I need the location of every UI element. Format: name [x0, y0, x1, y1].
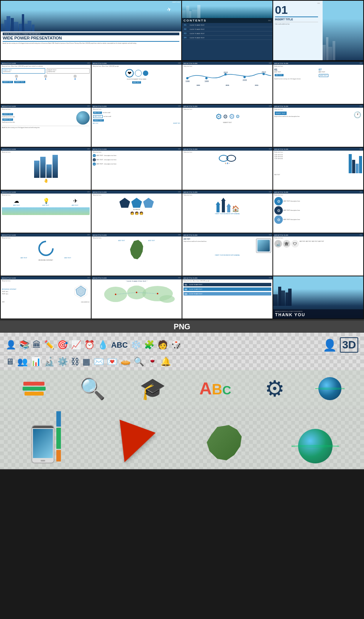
sh14-title: ADD A TITLE SLIDE: [93, 191, 107, 193]
graduate-icon: 🎓: [139, 376, 166, 401]
sh13-title: ADD A TITLE SLIDE: [2, 191, 16, 193]
add-text-btn2: ADD TEXT: [319, 74, 328, 77]
sb12: Body text here. 4.5% item text 3.2% item…: [273, 151, 363, 176]
slide-bubbles: ADD A TITLE SLIDE 1000 Body text here. 🔬…: [273, 233, 363, 276]
r-company: www.asadal.com: [81, 301, 90, 303]
proc3-text: ADD TEXT - description text here: [97, 163, 116, 165]
arrow-group3: [226, 204, 231, 212]
sb9-bars: [2, 155, 90, 178]
cb-2: [186, 6, 189, 18]
color-bars-item: [56, 411, 61, 463]
nl1-num: 01: [185, 284, 189, 286]
sh21-logo: 1000: [87, 277, 90, 279]
cb-4: [192, 10, 197, 18]
svg-point-6: [243, 76, 246, 78]
row-4: ADD A TITLE SLIDE 1000 Body text here. 🤚: [1, 148, 363, 190]
lbl2: 3.2% item text: [274, 156, 348, 158]
nl3-num: 03: [185, 293, 189, 295]
sb6-bottom: ADD TEXT INSERT TEXT: [93, 123, 180, 124]
sb4: Body text here. 01ADD TEXT 07ADD TEXT AD…: [273, 65, 363, 80]
sh23-logo: 1000: [269, 277, 271, 279]
r-t3: TEXT item: [2, 293, 71, 295]
nl3: 03 CLICK TO ADD TEXT: [184, 292, 271, 296]
contents-items-list: 01 CLICK TO ADD TEXT 02 CLICK TO ADD TEX…: [182, 23, 272, 40]
add-text-center: ADD TEXT: [93, 81, 180, 84]
building-5: [14, 22, 18, 31]
sb6-flow: ADD TEXT text here small ADD TEXT text h…: [93, 111, 180, 122]
sb5-t2: Small body text here item: [2, 122, 75, 123]
sh17-title: ADD A TITLE SLIDE: [2, 234, 16, 236]
sh9-title: ADD A TITLE SLIDE: [2, 148, 16, 150]
ty-logo: 1000: [359, 277, 362, 279]
person2: 🧑: [135, 212, 139, 215]
top-row: ✈ INSERT LOGO ASADAL BUSINESS NO.: [0, 0, 364, 61]
contents-item-1: 01 CLICK TO ADD TEXT: [182, 23, 272, 27]
sh5-logo: 1000: [87, 105, 90, 107]
r-t1: BROWSING INTERNET: [2, 289, 71, 290]
sh10: ADD A TITLE SLIDE 1000: [92, 148, 182, 151]
bar3d-1: [34, 161, 39, 178]
sb2-diagram: ❤: [93, 69, 180, 77]
c-t2: ADD TEXT: [43, 205, 49, 206]
building-9: [32, 25, 34, 31]
sh12: ADD A TITLE SLIDE 1000: [273, 148, 363, 151]
f-add: ADD TEXT: [93, 123, 98, 124]
start-business-text: START YOUR BUSINESS WITH ASADAL: [184, 213, 271, 215]
sb13-text: ADD TEXT ADD TEXT ADD TEXT: [2, 205, 90, 206]
sb15: Body text here.: [182, 194, 272, 215]
network-icon: 🕸: [285, 242, 289, 246]
sb5-footer: Asadal has been running one of the bigge…: [2, 126, 90, 128]
sb12-footer: ADD TEXT: [274, 174, 362, 176]
sb12-labels: 4.5% item text 3.2% item text 2.1% item …: [274, 154, 348, 173]
sb8-left: INSERT TEXT Body text here small text fo…: [274, 111, 351, 118]
sb11: Body text here. 🏠 👤 ✉: [182, 151, 272, 165]
sh10-logo: 1000: [178, 148, 180, 150]
arr-body2: [222, 201, 225, 212]
sh5: ADD A TITLE SLIDE 1000: [1, 105, 91, 108]
f1-text: text here small: [103, 112, 180, 113]
cb-orange: [56, 450, 61, 461]
box2: INSERT TEXTsmall text here: [47, 68, 90, 74]
sb16-sub: Body text here.: [274, 194, 362, 196]
globe-sphere-large: [318, 377, 341, 400]
main-subtitle-banner: ASADAL BUSINESS NO.1 POWER PRESENTATION: [3, 33, 179, 35]
pent3: [143, 198, 154, 208]
yr-1999: 1999: [197, 84, 200, 86]
icon-bell: 🔔: [161, 357, 171, 367]
sb8-body: Body text here small text for item descr…: [274, 116, 351, 117]
sh7-title: ADD A TITLE SLIDE: [184, 105, 197, 107]
sb19-body: Body text here small text for items list…: [184, 241, 255, 242]
bub-text: ADD TEXT ADD TEXT ADD TEXT ADD TEXT: [300, 241, 324, 248]
flow1: ADD TEXT text here small: [93, 111, 180, 114]
sb1-boxes: INSERT TEXTsmall text here INSERT TEXTsm…: [2, 68, 90, 74]
icon-search: 🔍: [134, 357, 144, 367]
slide-infinity: ADD A TITLE SLIDE 1000 Body text here. 🏠…: [182, 148, 272, 190]
globe-ring: [315, 388, 345, 389]
main-title-area: ASADAL BUSINESS NO.1 POWER PRESENTATION …: [1, 31, 181, 45]
png-icon-row1: 👤 📚 🏛 ✏️ 🎯 📈 ⏰ 💧 ABC ❄️ 🧩 🧑 🎲 👤 3D: [0, 333, 364, 355]
icon-target: 🎯: [57, 340, 68, 350]
sb15-sub: Body text here.: [184, 194, 271, 196]
sb7-sub: Body text here.: [184, 108, 271, 110]
n-add2: ADD TEXT: [319, 74, 362, 77]
sb23: Body text here. More than 1,000,000 peop…: [182, 279, 272, 296]
sh5-title: ADD A TITLE SLIDE: [2, 105, 16, 107]
icon-mail2: 💌: [107, 357, 117, 367]
letter-a: A: [199, 379, 212, 399]
icon-wine: 🍷: [147, 357, 157, 367]
n07: 07ADD TEXT: [319, 68, 362, 73]
sh20: ADD A TITLE SLIDE 1000: [273, 233, 363, 236]
svg-text:2002: 2002: [224, 72, 228, 74]
itb-3: [328, 47, 332, 60]
icon-abc: ABC: [111, 341, 128, 350]
bub3: 🛡: [291, 240, 299, 248]
sh6-title: ADD A TITLE SLIDE: [93, 105, 107, 107]
sb12-chart: [349, 154, 362, 173]
sh3-title: ADD A TITLE SLIDE: [184, 62, 197, 64]
sh19: ADD A TITLE SLIDE 1000: [182, 233, 272, 236]
cb-1: [182, 10, 186, 18]
sb16-circles3: ⚙ ADD TEXT description here: [274, 215, 362, 224]
person-icon-3: 👤: [74, 75, 77, 80]
icon-grid: ▦: [82, 357, 90, 367]
sb16-circles2: ⚙ ADD TEXT description here: [274, 206, 362, 215]
